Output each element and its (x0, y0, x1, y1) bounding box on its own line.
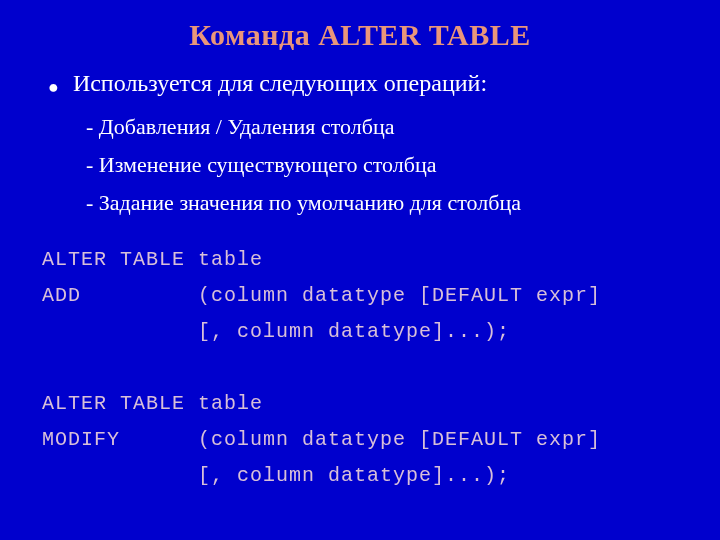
slide: Команда ALTER TABLE ● Используется для с… (0, 0, 720, 540)
dash-icon: - (86, 114, 93, 139)
intro-line: ● Используется для следующих операций: (48, 70, 678, 102)
op-item: - Добавления / Удаления столбца (86, 112, 678, 142)
op-item: - Изменение существующего столбца (86, 150, 678, 180)
op-item: - Задание значения по умолчанию для стол… (86, 188, 678, 218)
slide-title: Команда ALTER TABLE (42, 18, 678, 52)
code-line: ALTER TABLE table (42, 248, 263, 271)
dash-icon: - (86, 152, 93, 177)
code-line: ALTER TABLE table (42, 392, 263, 415)
code-block: ALTER TABLE table ADD (column datatype [… (42, 242, 678, 494)
intro-text: Используется для следующих операций: (73, 70, 487, 97)
code-line: [, column datatype]...); (42, 464, 510, 487)
code-line: MODIFY (column datatype [DEFAULT expr] (42, 428, 601, 451)
bullet-icon: ● (48, 72, 59, 102)
op-text: Изменение существующего столбца (99, 152, 437, 177)
op-text: Задание значения по умолчанию для столбц… (99, 190, 521, 215)
op-text: Добавления / Удаления столбца (99, 114, 395, 139)
code-line: ADD (column datatype [DEFAULT expr] (42, 284, 601, 307)
dash-icon: - (86, 190, 93, 215)
code-line: [, column datatype]...); (42, 320, 510, 343)
